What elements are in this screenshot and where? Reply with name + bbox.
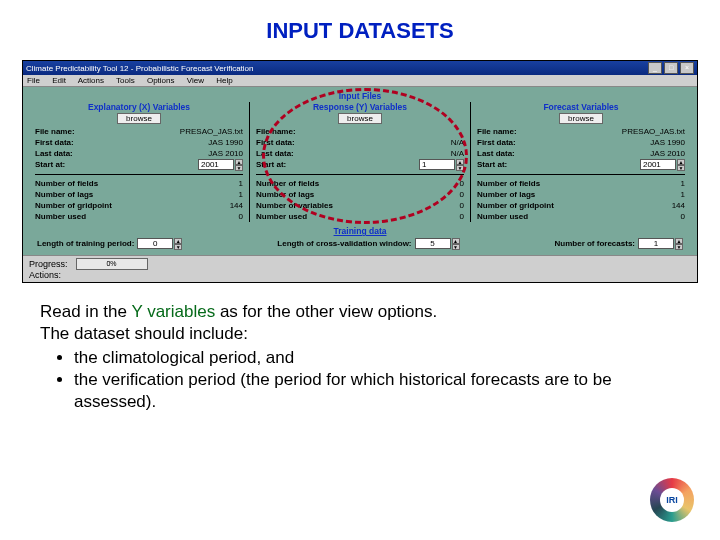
x-firstdata-label: First data: — [35, 138, 74, 147]
f-startat-label: Start at: — [477, 160, 507, 169]
menu-edit[interactable]: Edit — [52, 76, 66, 85]
iri-logo: IRI — [650, 478, 698, 526]
f-firstdata-label: First data: — [477, 138, 516, 147]
x-startat-input[interactable] — [198, 159, 234, 170]
y-startat-label: Start at: — [256, 160, 286, 169]
y-filename-label: File name: — [256, 127, 296, 136]
x-startat-label: Start at: — [35, 160, 65, 169]
y-vars-label: Number of variables — [256, 201, 333, 210]
n-fc-input[interactable] — [638, 238, 674, 249]
f-fields-label: Number of fields — [477, 179, 540, 188]
x-fields: 1 — [239, 179, 243, 188]
y-lastdata-label: Last data: — [256, 149, 294, 158]
n-fc-down[interactable]: ▼ — [675, 244, 683, 250]
f-startat-down[interactable]: ▼ — [677, 165, 685, 171]
f-browse-button[interactable]: browse — [559, 113, 603, 124]
len-train-label: Length of training period: — [37, 239, 134, 248]
x-fields-label: Number of fields — [35, 179, 98, 188]
bullet-2: the verification period (the period for … — [74, 369, 680, 413]
n-fc-label: Number of forecasts: — [555, 239, 635, 248]
window-title: Climate Predictability Tool 12 - Probabi… — [26, 64, 254, 73]
close-button[interactable]: × — [680, 62, 694, 74]
menu-options[interactable]: Options — [147, 76, 175, 85]
window-titlebar: Climate Predictability Tool 12 - Probabi… — [23, 61, 697, 75]
forecast-column: Forecast Variables browse File name:PRES… — [470, 102, 691, 222]
training-heading: Training data — [29, 226, 691, 236]
actions-label: Actions: — [29, 270, 61, 280]
y-firstdata-label: First data: — [256, 138, 295, 147]
f-lags-label: Number of lags — [477, 190, 535, 199]
progress-label: Progress: — [29, 259, 68, 269]
x-filename-label: File name: — [35, 127, 75, 136]
len-train-input[interactable] — [137, 238, 173, 249]
x-filename: PRESAO_JAS.txt — [180, 127, 243, 136]
y-startat-input[interactable] — [419, 159, 455, 170]
screenshot-container: Climate Predictability Tool 12 - Probabi… — [22, 60, 698, 283]
f-filename-label: File name: — [477, 127, 517, 136]
status-bar: Progress: 0% Actions: — [23, 255, 697, 282]
x-column: Explanatory (X) Variables browse File na… — [29, 102, 249, 222]
x-startat-down[interactable]: ▼ — [235, 165, 243, 171]
y-startat-down[interactable]: ▼ — [456, 165, 464, 171]
len-cv-input[interactable] — [415, 238, 451, 249]
y-browse-button[interactable]: browse — [338, 113, 382, 124]
x-heading: Explanatory (X) Variables — [35, 102, 243, 112]
len-cv-down[interactable]: ▼ — [452, 244, 460, 250]
f-heading: Forecast Variables — [477, 102, 685, 112]
x-used-label: Number used — [35, 212, 86, 221]
instruction-text: Read in the Y variables as for the other… — [40, 301, 680, 413]
y-lags-label: Number of lags — [256, 190, 314, 199]
x-used: 0 — [239, 212, 243, 221]
f-firstdata: JAS 1990 — [650, 138, 685, 147]
y-fields: 0 — [460, 179, 464, 188]
menu-help[interactable]: Help — [216, 76, 232, 85]
menu-bar[interactable]: File Edit Actions Tools Options View Hel… — [23, 75, 697, 87]
x-gp: 144 — [230, 201, 243, 210]
y-lastdata: N/A — [451, 149, 464, 158]
f-fields: 1 — [681, 179, 685, 188]
f-lastdata-label: Last data: — [477, 149, 515, 158]
len-cv-label: Length of cross-validation window: — [277, 239, 411, 248]
input-files-heading: Input Files — [29, 91, 691, 101]
maximize-button[interactable]: □ — [664, 62, 678, 74]
f-filename: PRESAO_JAS.txt — [622, 127, 685, 136]
y-used-label: Number used — [256, 212, 307, 221]
y-lags: 0 — [460, 190, 464, 199]
menu-file[interactable]: File — [27, 76, 40, 85]
menu-view[interactable]: View — [187, 76, 204, 85]
x-lastdata: JAS 2010 — [208, 149, 243, 158]
f-gp-label: Number of gridpoint — [477, 201, 554, 210]
y-variables-highlight: Y variables — [131, 302, 215, 321]
x-lastdata-label: Last data: — [35, 149, 73, 158]
x-browse-button[interactable]: browse — [117, 113, 161, 124]
y-column: Response (Y) Variables browse File name:… — [249, 102, 470, 222]
y-fields-label: Number of fields — [256, 179, 319, 188]
x-gp-label: Number of gridpoint — [35, 201, 112, 210]
progress-bar: 0% — [76, 258, 148, 270]
training-row: Length of training period: ▲▼ Length of … — [37, 238, 683, 249]
bullet-1: the climatological period, and — [74, 347, 680, 369]
menu-actions[interactable]: Actions — [78, 76, 104, 85]
f-lastdata: JAS 2010 — [650, 149, 685, 158]
len-train-down[interactable]: ▼ — [174, 244, 182, 250]
menu-tools[interactable]: Tools — [116, 76, 135, 85]
f-startat-input[interactable] — [640, 159, 676, 170]
iri-logo-text: IRI — [660, 488, 684, 512]
x-lags-label: Number of lags — [35, 190, 93, 199]
x-lags: 1 — [239, 190, 243, 199]
cpt-window: Climate Predictability Tool 12 - Probabi… — [22, 60, 698, 283]
y-vars: 0 — [460, 201, 464, 210]
minimize-button[interactable]: _ — [648, 62, 662, 74]
y-heading: Response (Y) Variables — [256, 102, 464, 112]
x-firstdata: JAS 1990 — [208, 138, 243, 147]
f-lags: 1 — [681, 190, 685, 199]
f-used: 0 — [681, 212, 685, 221]
f-used-label: Number used — [477, 212, 528, 221]
y-used: 0 — [460, 212, 464, 221]
slide-title: INPUT DATASETS — [0, 18, 720, 44]
f-gp: 144 — [672, 201, 685, 210]
y-firstdata: N/A — [451, 138, 464, 147]
